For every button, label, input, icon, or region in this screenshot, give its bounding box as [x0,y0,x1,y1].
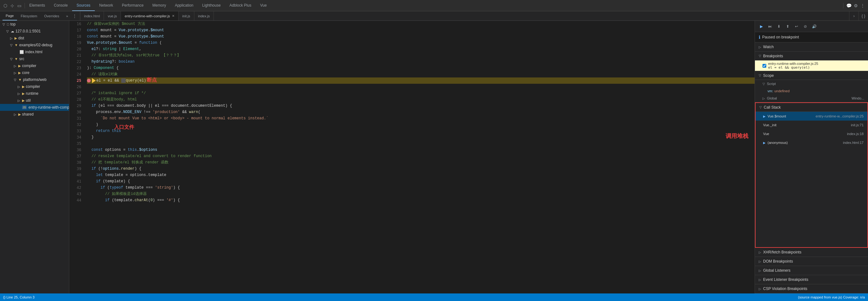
feedback-icon[interactable]: 💬 [846,3,851,8]
line-num-43: 43 [69,191,81,197]
dom-header[interactable]: ▷ DOM Breakpoints [755,257,868,266]
tab-sources[interactable]: Sources [72,0,95,11]
scope-header[interactable]: ▽ Scope [755,71,868,80]
scope-expand-icon: ▽ [759,74,761,77]
file-tab-overflow[interactable]: › [849,11,859,21]
tree-arrow-dist: ▷ [10,36,14,40]
step-out-btn[interactable]: ⬆ [784,23,792,30]
line-num-31: 31 [69,115,81,122]
tree-item-src[interactable]: ▽ ▼ src [0,56,69,62]
call-stack-header[interactable]: ▽ Call Stack [755,103,867,112]
call-stack-item-vue[interactable]: Vue index.js:18 [755,129,867,138]
status-source-map: (source mapped from vue.js) Coverage: n/… [798,295,865,299]
call-stack-item-mount[interactable]: ▶ Vue.$mount entry-runtime-w...compiler.… [755,112,867,121]
tree-item-index-html[interactable]: ⬜ index.html [0,48,69,56]
call-stack-fn-vue: Vue [763,132,769,136]
tree-arrow-web-compiler: ▷ [18,85,22,89]
panel-tab-filesystem[interactable]: Filesystem [18,11,41,21]
tree-item-dist[interactable]: ▷ ▶ dist [0,35,69,41]
call-stack-item-init[interactable]: Vue._init init.js:71 [755,121,867,129]
breakpoint-item-1[interactable]: entry-runtime-with-compiler.js:25 el = e… [755,61,868,71]
devtools-device-icon[interactable]: ▭ [17,3,22,8]
topbar-right-icons: 💬 ⚙ ⋮ [843,3,868,8]
csp-header[interactable]: ▷ CSP Violation Breakpoints [755,284,868,293]
tree-label-top: top [10,22,16,27]
tree-item-runtime[interactable]: ▷ ▶ runtime [0,90,69,97]
code-container[interactable]: 16 17 18 19 20 21 22 23 24 25 26 27 28 2… [69,21,755,294]
tree-label-web-compiler: compiler [26,85,40,89]
tree-item-examples[interactable]: ▽ ▼ examples/02-debug [0,41,69,48]
line-num-30: 30 [69,109,81,115]
file-tab-init[interactable]: init.js [179,11,194,21]
tab-lighthouse[interactable]: Lighthouse [198,0,225,11]
step-btn[interactable]: ↩ [793,23,800,30]
panel-tab-overrides[interactable]: Overrides [41,11,62,21]
devtools-inspect-icon[interactable]: ⊹ [9,3,15,8]
panel-tab-page[interactable]: Page [2,11,17,21]
tree-item-platforms[interactable]: ▽ ▼ platforms/web [0,76,69,83]
tab-console[interactable]: Console [50,0,72,11]
tab-memory[interactable]: Memory [148,0,170,11]
deactivate-btn[interactable]: ⊘ [802,23,809,30]
watch-section-header[interactable]: ▷ Watch [755,42,868,51]
tree-item-shared[interactable]: ▷ ▶ shared [0,111,69,118]
line-num-33: 33 [69,128,81,134]
settings-icon[interactable]: ⚙ [853,3,859,8]
tree-item-web-compiler[interactable]: ▷ ▶ compiler [0,83,69,90]
devtools-dock-icon[interactable]: ⬡ [2,3,8,8]
tab-elements[interactable]: Elements [25,0,50,11]
right-panel: ▶ ⏭ ⬇ ⬆ ↩ ⊘ 🔊 ℹ Paused on breakpoint ▷ W… [755,21,868,294]
tree-label-entry: entry-runtime-with-compiler.js [29,105,69,109]
tree-item-server[interactable]: ▽ ☁ 127.0.0.1:5501 [0,28,69,35]
scope-global-header[interactable]: ▷ Global Windo... [755,95,868,102]
tab-vue[interactable]: Vue [256,0,271,11]
scope-script-header[interactable]: ▽ Script [755,80,868,88]
tree-item-top[interactable]: ▽ □ top [0,21,69,28]
code-line-18: const mount = Vue.prototype.$mount [87,33,755,40]
tree-item-core[interactable]: ▷ ▶ core [0,69,69,76]
pause-exceptions-btn[interactable]: 🔊 [810,23,818,30]
line-num-24: 24 [69,71,81,77]
step-over-btn[interactable]: ⏭ [766,23,774,30]
line-num-22: 22 [69,59,81,65]
global-expand-icon: ▷ [763,97,765,100]
tree-item-compiler[interactable]: ▷ ▶ compiler [0,62,69,69]
tab-network[interactable]: Network [95,0,118,11]
tree-item-util[interactable]: ▷ ▶ util [0,97,69,104]
file-tab-entry[interactable]: entry-runtime-with-compiler.js ✕ [121,11,179,21]
folder-core-icon: ▶ [18,71,21,75]
code-line-28: // el不能是body, html [87,96,755,103]
breakpoints-header[interactable]: ▽ Breakpoints [755,52,868,61]
watch-expand-icon: ▷ [759,45,761,49]
resume-btn[interactable]: ▶ [757,23,765,30]
top-bar: ⬡ ⊹ ▭ Elements Console Sources Network P… [0,0,868,11]
panel-tab-more[interactable]: » [63,11,71,21]
xhr-header[interactable]: ▷ XHR/fetch Breakpoints [755,248,868,257]
line-num-42: 42 [69,185,81,191]
file-tab-entry-label: entry-runtime-with-compiler.js [125,14,170,18]
panel-more-icon[interactable]: ⋮ [72,13,78,19]
tab-application[interactable]: Application [170,0,198,11]
step-into-btn[interactable]: ⬇ [775,23,783,30]
call-stack-item-anon[interactable]: ▶ (anonymous) index.html:17 [755,138,867,147]
code-line-42: if (typeof template === 'string') { [87,185,755,191]
file-tab-vue-js[interactable]: vue.js [104,11,121,21]
breakpoint-checkbox-1[interactable] [763,64,766,68]
scope-section: ▽ Scope ▽ Script vm: undefined ▷ Global … [755,71,868,102]
tab-adblock[interactable]: Adblock Plus [225,0,256,11]
file-tab-index-html[interactable]: index.html [80,11,104,21]
file-tab-close-icon[interactable]: ✕ [172,14,175,18]
tree-label-index-html: index.html [25,50,42,54]
file-tab-index-js[interactable]: index.js [194,11,214,21]
tab-performance[interactable]: Performance [118,0,148,11]
tree-item-entry-file[interactable]: JS entry-runtime-with-compiler.js [0,104,69,111]
global-listeners-header[interactable]: ▷ Global Listeners [755,266,868,275]
folder-runtime-icon: ▶ [22,92,25,96]
code-lines[interactable]: // 保留vue实例的 $mount 方法 const mount = Vue.… [84,21,755,294]
more-icon[interactable]: ⋮ [860,3,866,8]
file-bar: Page Filesystem Overrides » ⋮ index.html… [0,11,868,21]
event-listeners-expand-icon: ▷ [759,278,761,281]
event-listeners-header[interactable]: ▷ Event Listener Breakpoints [755,275,868,284]
format-source-icon[interactable]: { } [859,11,868,21]
call-stack-label: Call Stack [764,105,781,109]
